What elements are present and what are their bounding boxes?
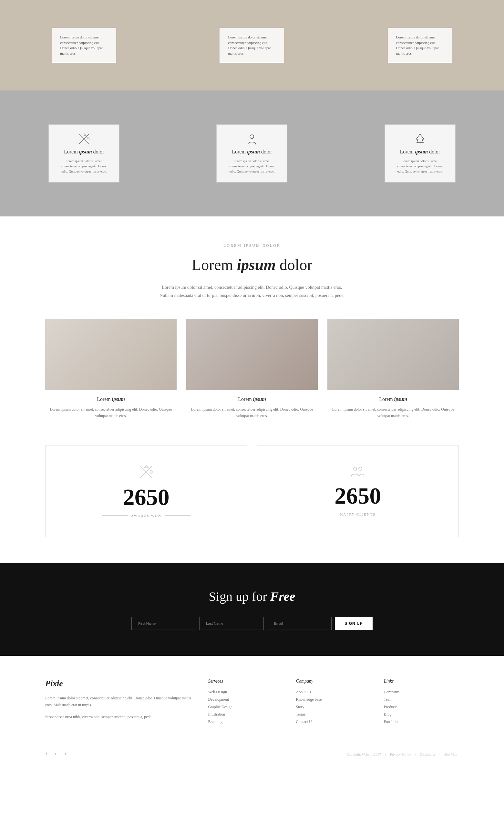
gallery-mid-text-3: Lorem ipsum dolor sit amet, consectetuer… [395, 159, 446, 174]
svg-point-8 [359, 467, 362, 470]
footer: Pixie Lorem ipsum dolor sit amet, consec… [0, 656, 504, 770]
section-heading: LOREM IPSUM DOLOR Lorem ipsum dolor Lore… [0, 216, 504, 319]
section-description: Lorem ipsum dolor sit amet, consectetuer… [155, 283, 349, 299]
col-title-2: Lorem ipsum [186, 396, 318, 402]
stats-section: 2650 AWARDS WON 2650 HAPPY CLIENTS [0, 445, 504, 563]
footer-link-products[interactable]: Products [384, 704, 459, 710]
footer-separator-1: | [385, 752, 387, 756]
col-text-1: Lorem ipsum dolor sit amet, consectetuer… [45, 406, 177, 419]
svg-point-7 [354, 467, 357, 470]
stat-awards-card: 2650 AWARDS WON [45, 445, 247, 537]
footer-service-branding[interactable]: Branding [208, 719, 283, 724]
footer-company-about[interactable]: About Us [296, 690, 371, 694]
footer-services-list: Web Design Development Graphic Design Il… [208, 690, 283, 724]
col-text-2: Lorem ipsum dolor sit amet, consectetuer… [186, 406, 318, 419]
signup-title: Sign up for Free [13, 589, 491, 604]
footer-company-contact[interactable]: Contact Us [296, 719, 371, 724]
gallery-mid-overlay-2: Lorem ipsum dolor Lorem ipsum dolor sit … [216, 125, 287, 183]
facebook-icon[interactable]: f [45, 751, 50, 757]
gallery-middle: Lorem ipsum dolor Lorem ipsum dolor sit … [0, 91, 504, 216]
privacy-link[interactable]: Privacy Policy [390, 752, 411, 756]
footer-service-graphic-design[interactable]: Graphic Design [208, 704, 283, 710]
col-title-3: Lorem ipsum [327, 396, 459, 402]
gallery-top-cell-3: Lorem ipsum dolor sit amet, consectetuer… [336, 0, 504, 91]
svg-marker-3 [416, 134, 424, 142]
footer-services: Services Web Design Development Graphic … [208, 679, 283, 727]
footer-link-blog[interactable]: Blog [384, 712, 459, 717]
stat-clients-card: 2650 HAPPY CLIENTS [257, 445, 459, 537]
col-item-1: Lorem ipsum Lorem ipsum dolor sit amet, … [45, 319, 177, 419]
footer-company-list: About Us Knowledge base Story Terms Cont… [296, 690, 371, 724]
arrows-icon [58, 133, 109, 146]
footer-separator-2: | [415, 752, 416, 756]
footer-link-company[interactable]: Company [384, 690, 459, 694]
tumblr-icon[interactable]: t [64, 751, 68, 757]
footer-social: f t t [45, 751, 68, 757]
copyright-text: Copyright Website 2017 [346, 752, 381, 756]
gallery-mid-overlay-3: Lorem ipsum dolor Lorem ipsum dolor sit … [385, 125, 456, 183]
footer-links-list: Company Team Products Blog Portfolio [384, 690, 459, 724]
footer-company-story[interactable]: Story [296, 704, 371, 710]
footer-service-development[interactable]: Development [208, 697, 283, 702]
col-text-3: Lorem ipsum dolor sit amet, consectetuer… [327, 406, 459, 419]
disclaimer-link[interactable]: Disclaimer [420, 752, 435, 756]
footer-link-portfolio[interactable]: Portfolio [384, 719, 459, 724]
col-img-3 [327, 319, 459, 390]
col-img-2 [186, 319, 318, 390]
footer-top: Pixie Lorem ipsum dolor sit amet, consec… [45, 679, 459, 727]
footer-link-team[interactable]: Team [384, 697, 459, 702]
first-name-input[interactable] [132, 617, 196, 630]
footer-separator-3: | [440, 752, 441, 756]
twitter-icon[interactable]: t [55, 751, 59, 757]
three-cols: Lorem ipsum Lorem ipsum dolor sit amet, … [0, 319, 504, 445]
gallery-mid-cell-2: Lorem ipsum dolor Lorem ipsum dolor sit … [168, 91, 336, 216]
footer-links-heading: Links [384, 679, 459, 684]
gallery-top-overlay-3: Lorem ipsum dolor sit amet, consectetuer… [388, 28, 452, 63]
footer-brand-desc2: Suspendisse urna nibh, viverra non, semp… [45, 714, 195, 721]
col-img-1 [45, 319, 177, 390]
gallery-mid-cell-3: Lorem ipsum dolor Lorem ipsum dolor sit … [336, 91, 504, 216]
sitemap-link[interactable]: Site Map [444, 752, 457, 756]
gallery-mid-text-1: Lorem ipsum dolor sit amet, consectetuer… [58, 159, 109, 174]
signup-form: SIGN UP [13, 617, 491, 630]
clients-divider: HAPPY CLIENTS [270, 513, 446, 516]
footer-brand-name: Pixie [45, 679, 195, 688]
footer-brand: Pixie Lorem ipsum dolor sit amet, consec… [45, 679, 195, 727]
footer-company-heading: Company [296, 679, 371, 684]
clients-number: 2650 [270, 484, 446, 507]
cross-icon [58, 465, 234, 479]
signup-button[interactable]: SIGN UP [335, 617, 372, 630]
col-title-1: Lorem ipsum [45, 396, 177, 402]
footer-service-web-design[interactable]: Web Design [208, 690, 283, 694]
email-input[interactable] [267, 617, 332, 630]
gallery-mid-title-1: Lorem ipsum dolor [58, 149, 109, 155]
svg-text:t: t [55, 752, 56, 756]
footer-services-heading: Services [208, 679, 283, 684]
footer-company: Company About Us Knowledge base Story Te… [296, 679, 371, 727]
gallery-top-text-3: Lorem ipsum dolor sit amet, consectetuer… [396, 35, 444, 56]
footer-company-knowledge[interactable]: Knowledge base [296, 697, 371, 702]
svg-point-2 [250, 135, 254, 139]
footer-links: Links Company Team Products Blog Portfol… [384, 679, 459, 727]
last-name-input[interactable] [199, 617, 264, 630]
col-item-3: Lorem ipsum Lorem ipsum dolor sit amet, … [327, 319, 459, 419]
section-title: Lorem ipsum dolor [13, 256, 491, 274]
gallery-top-overlay-2: Lorem ipsum dolor sit amet, consectetuer… [219, 28, 284, 63]
gallery-mid-title-2: Lorem ipsum dolor [226, 149, 278, 155]
tree-icon [395, 133, 446, 146]
awards-number: 2650 [58, 486, 234, 509]
awards-label: AWARDS WON [131, 514, 161, 518]
person-icon [226, 133, 278, 146]
footer-brand-desc1: Lorem ipsum dolor sit amet, consectetuer… [45, 695, 195, 709]
gallery-mid-cell-1: Lorem ipsum dolor Lorem ipsum dolor sit … [0, 91, 168, 216]
col-item-2: Lorem ipsum Lorem ipsum dolor sit amet, … [186, 319, 318, 419]
gallery-top-text-1: Lorem ipsum dolor sit amet, consectetuer… [60, 35, 108, 56]
signup-section: Sign up for Free SIGN UP [0, 563, 504, 656]
gallery-top-cell-1: Lorem ipsum dolor sit amet, consectetuer… [0, 0, 168, 91]
footer-service-illustration[interactable]: Illustration [208, 712, 283, 717]
people-icon [270, 465, 446, 478]
gallery-top-overlay-1: Lorem ipsum dolor sit amet, consectetuer… [52, 28, 116, 63]
gallery-mid-title-3: Lorem ipsum dolor [395, 149, 446, 155]
footer-company-terms[interactable]: Terms [296, 712, 371, 717]
gallery-top-text-2: Lorem ipsum dolor sit amet, consectetuer… [228, 35, 276, 56]
